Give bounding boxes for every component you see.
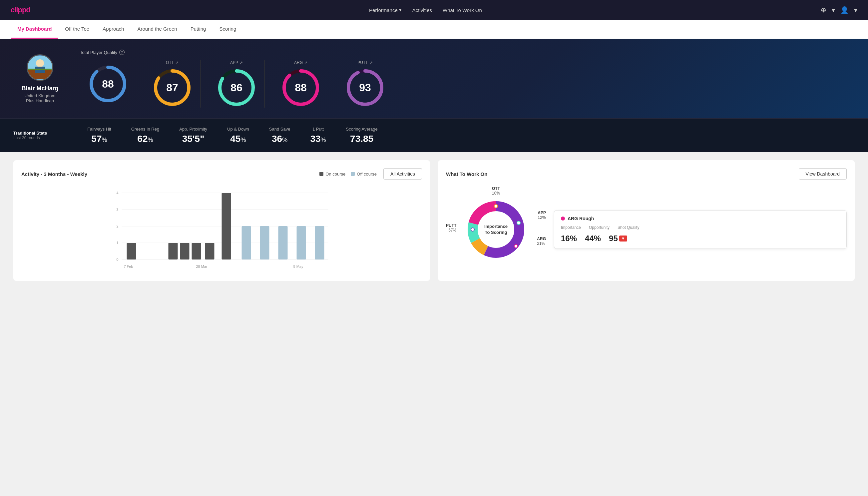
nav-performance[interactable]: Performance ▾ — [369, 7, 402, 13]
donut-section: PUTT 57% OTT 10% — [446, 186, 847, 273]
arg-arrow-icon: ↗ — [304, 60, 307, 65]
tab-approach[interactable]: Approach — [96, 20, 130, 38]
bar-9 — [279, 226, 288, 260]
circle-arg: 88 — [281, 68, 321, 108]
circle-app: 86 — [217, 68, 256, 108]
circle-ott: 87 — [152, 68, 192, 108]
stat-sand-save: Sand Save 36% — [269, 127, 290, 144]
tab-putting[interactable]: Putting — [184, 20, 213, 38]
stat-fairways-hit: Fairways Hit 57% — [87, 127, 111, 144]
donut-label-putt: PUTT 57% — [446, 223, 456, 233]
svg-text:1: 1 — [116, 241, 118, 245]
shot-quality-label: Shot Quality — [617, 225, 639, 230]
stat-group-label: Traditional Stats Last 20 rounds — [13, 130, 47, 140]
down-arrow-badge: ▼ — [619, 235, 627, 242]
score-app: APP ↗ 86 — [208, 60, 265, 108]
score-app-value: 86 — [231, 82, 242, 94]
tab-my-dashboard[interactable]: My Dashboard — [11, 20, 58, 38]
svg-point-34 — [517, 221, 520, 224]
tab-off-the-tee[interactable]: Off the Tee — [58, 20, 96, 38]
info-card-metrics-header: Importance Opportunity Shot Quality — [561, 225, 840, 230]
nav-right: ⊕ ▾ 👤 ▾ — [821, 6, 857, 14]
putt-arrow-icon: ↗ — [369, 60, 373, 65]
traditional-stats-label: Traditional Stats — [13, 130, 47, 136]
tab-around-the-green[interactable]: Around the Green — [130, 20, 184, 38]
stat-sandsave-value: 36% — [272, 134, 287, 144]
top-navigation: clippd Performance ▾ Activities What To … — [0, 0, 868, 20]
stat-updown-label: Up & Down — [227, 127, 249, 131]
opportunity-label: Opportunity — [589, 225, 610, 230]
nav-links: Performance ▾ Activities What To Work On — [369, 7, 482, 13]
all-activities-button[interactable]: All Activities — [383, 168, 422, 180]
stat-divider — [67, 127, 67, 144]
svg-point-35 — [514, 245, 518, 248]
circle-total: 88 — [88, 64, 128, 104]
score-putt-label: PUTT ↗ — [358, 60, 373, 65]
metric-importance: 16% — [561, 234, 577, 243]
stat-sandsave-label: Sand Save — [269, 127, 290, 131]
activity-card-title: Activity - 3 Months - Weekly — [21, 171, 87, 177]
bar-7 — [242, 226, 251, 260]
x-label-1: 7 Feb — [124, 264, 133, 268]
ott-arrow-icon: ↗ — [175, 60, 178, 65]
stat-app-prox-label: App. Proximity — [179, 127, 207, 131]
bar-4 — [192, 243, 201, 260]
chevron-down-icon: ▾ — [399, 7, 402, 13]
score-total-value: 88 — [102, 78, 114, 90]
chevron-down-icon[interactable]: ▾ — [832, 6, 835, 14]
stat-greens-label: Greens In Reg — [131, 127, 160, 131]
importance-value: 16% — [561, 234, 577, 243]
wtwon-card-header: What To Work On View Dashboard — [446, 168, 847, 180]
stat-scoring-avg: Scoring Average 73.85 — [346, 127, 378, 144]
help-icon[interactable]: ? — [119, 50, 125, 55]
bar-5 — [205, 243, 215, 260]
user-icon[interactable]: 👤 — [840, 6, 849, 14]
svg-point-33 — [494, 204, 498, 208]
bar-3 — [180, 243, 190, 260]
chevron-down-icon-user[interactable]: ▾ — [854, 6, 857, 14]
donut-container: PUTT 57% OTT 10% — [446, 186, 546, 273]
opportunity-value: 44% — [585, 234, 601, 243]
main-content: Activity - 3 Months - Weekly On course O… — [0, 152, 868, 289]
score-ott: OTT ↗ 87 — [144, 60, 201, 108]
stat-up-and-down: Up & Down 45% — [227, 127, 249, 144]
score-putt-value: 93 — [359, 82, 371, 94]
bar-10 — [297, 226, 306, 260]
donut-label-app: APP 12% — [538, 211, 546, 220]
tab-scoring[interactable]: Scoring — [212, 20, 243, 38]
scores-row: 88 OTT ↗ 87 APP ↗ — [80, 60, 855, 108]
info-metrics: 16% 44% 95 ▼ — [561, 234, 840, 243]
svg-text:Importance: Importance — [484, 224, 508, 229]
app-arrow-icon: ↗ — [239, 60, 243, 65]
avatar — [27, 54, 53, 81]
stat-fairways-label: Fairways Hit — [87, 127, 111, 131]
stat-fairways-value: 57% — [91, 134, 107, 144]
shot-quality-value: 95 — [609, 234, 618, 243]
score-arg: ARG ↗ 88 — [273, 60, 329, 108]
svg-text:4: 4 — [116, 191, 118, 195]
add-icon[interactable]: ⊕ — [821, 6, 826, 14]
off-course-dot — [351, 172, 355, 176]
nav-activities[interactable]: Activities — [412, 7, 432, 13]
bar-8 — [260, 226, 269, 260]
activity-card-header: Activity - 3 Months - Weekly On course O… — [21, 168, 422, 180]
circle-putt: 93 — [345, 68, 385, 108]
svg-point-36 — [471, 228, 474, 231]
view-dashboard-button[interactable]: View Dashboard — [799, 168, 847, 180]
svg-rect-4 — [28, 68, 52, 70]
logo[interactable]: clippd — [11, 6, 30, 14]
nav-what-to-work-on[interactable]: What To Work On — [443, 7, 482, 13]
x-label-2: 28 Mar — [196, 264, 207, 268]
on-course-dot — [319, 172, 323, 176]
svg-text:0: 0 — [116, 258, 118, 262]
score-ott-value: 87 — [166, 82, 178, 94]
x-label-3: 9 May — [294, 264, 303, 268]
player-name: Blair McHarg — [21, 85, 58, 92]
stat-scoringavg-label: Scoring Average — [346, 127, 378, 131]
activity-chart: 0 1 2 3 4 7 Feb 28 Mar — [21, 186, 422, 273]
info-card: ARG Rough Importance Opportunity Shot Qu… — [554, 210, 847, 249]
donut-label-ott: OTT 10% — [492, 186, 500, 196]
tpq-label: Total Player Quality ? — [80, 50, 855, 55]
bar-2 — [169, 243, 178, 260]
player-country: United Kingdom — [25, 93, 56, 98]
